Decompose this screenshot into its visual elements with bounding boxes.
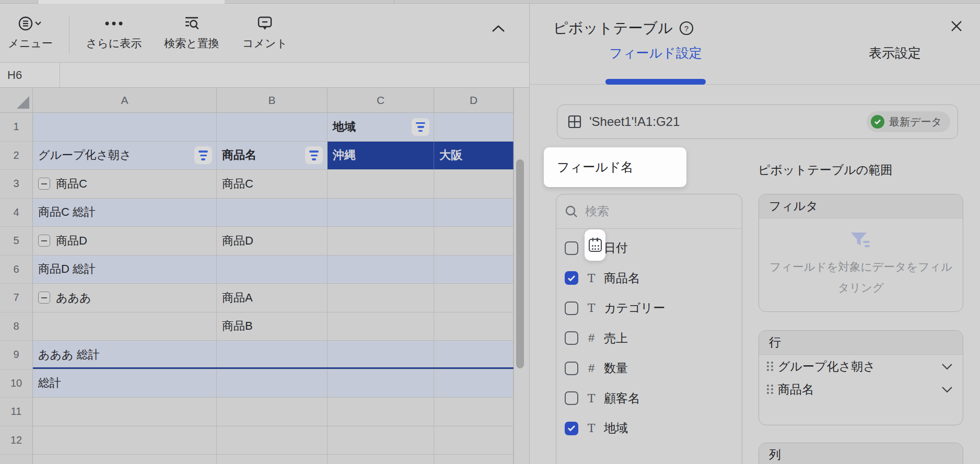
cell-d10[interactable] [434, 369, 514, 398]
cell-c11[interactable] [328, 398, 434, 426]
filter-button[interactable] [412, 118, 429, 136]
checkbox-unchecked[interactable] [565, 301, 578, 315]
field-item-sales[interactable]: # 売上 [556, 323, 742, 354]
cell-d9[interactable] [434, 341, 514, 369]
collapse-group-icon[interactable] [38, 235, 50, 247]
cell-b12[interactable] [217, 426, 328, 455]
find-replace-button[interactable]: 検索と置換 [155, 4, 228, 63]
cell-b1[interactable] [217, 113, 328, 142]
row-header[interactable]: 2 [0, 142, 33, 170]
row-field-product-name[interactable]: 商品名 [759, 378, 963, 401]
checkbox-unchecked[interactable] [565, 391, 578, 405]
cell-d2-selected[interactable]: 大阪 [434, 142, 514, 170]
cell-a2[interactable]: グループ化さ朝さ [33, 142, 217, 170]
row-field-group[interactable]: グループ化さ朝さ [759, 355, 963, 378]
row-header[interactable]: 9 [0, 341, 33, 369]
cell-d3[interactable] [434, 170, 514, 199]
collapse-toolbar-button[interactable] [488, 19, 509, 38]
cell-d1[interactable] [434, 113, 514, 142]
cell-d12[interactable] [434, 426, 514, 455]
row-header[interactable]: 1 [0, 113, 33, 142]
column-header-b[interactable]: B [217, 88, 328, 112]
select-all-corner[interactable] [0, 88, 33, 112]
cell-a9[interactable]: あああ 総計 [33, 341, 217, 369]
field-item-product-name[interactable]: T 商品名 [556, 263, 742, 294]
chevron-down-icon[interactable] [941, 386, 953, 393]
more-button[interactable]: さらに表示 [77, 4, 150, 63]
column-header-d[interactable]: D [434, 88, 514, 112]
row-header[interactable]: 11 [0, 398, 33, 426]
cell-b11[interactable] [217, 398, 328, 426]
checkbox-checked[interactable] [565, 271, 578, 285]
checkbox-unchecked[interactable] [565, 331, 578, 345]
tab-field-settings[interactable]: フィールド設定 [605, 44, 706, 62]
cell-b9[interactable] [217, 341, 328, 369]
cell-b7[interactable]: 商品A [217, 284, 328, 312]
cell-c4[interactable] [328, 199, 434, 227]
cell-a13[interactable] [33, 455, 217, 464]
cell-c8[interactable] [328, 312, 434, 341]
vertical-scrollbar[interactable] [514, 88, 529, 464]
drag-handle-icon[interactable] [767, 385, 773, 394]
cell-d8[interactable] [434, 312, 514, 341]
field-search[interactable]: 検索 [556, 194, 742, 229]
checkbox-unchecked[interactable] [565, 362, 578, 375]
chevron-down-icon[interactable] [941, 363, 953, 370]
cell-a11[interactable] [33, 398, 217, 426]
tab-display-settings[interactable]: 表示設定 [845, 44, 945, 62]
cell-a4[interactable]: 商品C 総計 [33, 199, 217, 227]
filter-button[interactable] [194, 146, 212, 164]
cell-c13[interactable] [328, 455, 434, 464]
row-header[interactable]: 8 [0, 312, 33, 341]
cell-b2[interactable]: 商品名 [217, 142, 328, 170]
field-item-customer-name[interactable]: T 顧客名 [556, 384, 742, 414]
field-item-date[interactable]: 日付 [556, 233, 742, 263]
cell-d6[interactable] [434, 256, 514, 284]
cell-c5[interactable] [328, 227, 434, 256]
checkbox-unchecked[interactable] [565, 241, 578, 255]
help-icon[interactable]: ? [679, 21, 694, 36]
cell-d4[interactable] [434, 199, 514, 227]
cell-b13[interactable] [217, 455, 328, 464]
cell-a5[interactable]: 商品D [33, 227, 217, 256]
cell-a8[interactable] [33, 312, 217, 341]
cell-c6[interactable] [328, 256, 434, 284]
cell-c10[interactable] [328, 369, 434, 398]
checkbox-checked[interactable] [565, 422, 578, 435]
row-header[interactable]: 6 [0, 256, 33, 284]
cell-b5[interactable]: 商品D [217, 227, 328, 256]
cell-c7[interactable] [328, 284, 434, 312]
column-header-a[interactable]: A [33, 88, 217, 112]
cell-c2-selected[interactable]: 沖縄 [328, 142, 434, 170]
column-header-c[interactable]: C [328, 88, 434, 112]
cell-b3[interactable]: 商品C [217, 170, 328, 199]
cell-a10[interactable]: 総計 [33, 369, 217, 398]
row-header[interactable]: 7 [0, 284, 33, 312]
cell-reference-box[interactable]: H6 [0, 63, 60, 87]
cell-d13[interactable] [434, 455, 514, 464]
cell-d11[interactable] [434, 398, 514, 426]
cell-d5[interactable] [434, 227, 514, 256]
close-panel-button[interactable] [949, 18, 964, 34]
cell-c1[interactable]: 地域 [328, 113, 434, 142]
cell-a1[interactable] [33, 113, 217, 142]
cell-b6[interactable] [217, 256, 328, 284]
cell-a6[interactable]: 商品D 総計 [33, 256, 217, 284]
comment-button[interactable]: コメント [228, 4, 301, 63]
drag-handle-icon[interactable] [767, 362, 773, 371]
cell-c12[interactable] [328, 426, 434, 455]
row-header[interactable]: 10 [0, 369, 33, 398]
row-header[interactable]: 4 [0, 199, 33, 227]
cell-b4[interactable] [217, 199, 328, 227]
cell-a3[interactable]: 商品C [33, 170, 217, 199]
cell-c9[interactable] [328, 341, 434, 369]
row-header[interactable]: 3 [0, 170, 33, 199]
cell-b10[interactable] [217, 369, 328, 398]
row-header[interactable]: 13 [0, 455, 33, 464]
data-source-field[interactable]: 'Sheet1'!A1:G21 最新データ [557, 105, 958, 139]
cell-d7[interactable] [434, 284, 514, 312]
field-item-quantity[interactable]: # 数量 [556, 353, 742, 384]
collapse-group-icon[interactable] [38, 178, 50, 190]
cell-c3[interactable] [328, 170, 434, 199]
scrollbar-thumb[interactable] [516, 159, 524, 368]
